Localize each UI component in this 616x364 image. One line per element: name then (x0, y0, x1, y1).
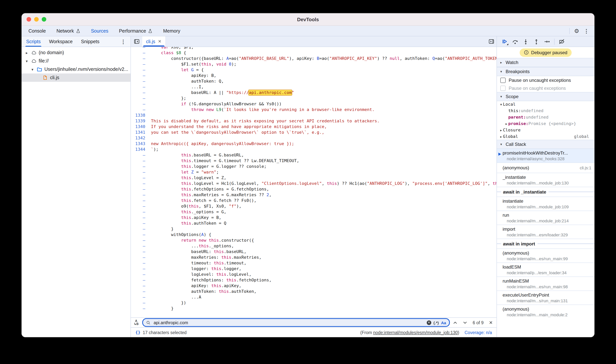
stack-frame[interactable]: runMainESMnode:internal/m...es/run_main:… (497, 276, 594, 290)
replace-toggle-icon[interactable]: A ↳B (133, 320, 139, 325)
line-number[interactable]: 1343 (131, 141, 149, 147)
line-number[interactable]: – (131, 255, 149, 260)
line-number[interactable]: – (131, 73, 149, 78)
scope-section-closure[interactable]: ▸Closure (497, 127, 594, 133)
code-line[interactable]: – ...I, (131, 84, 497, 90)
code-line[interactable]: – ...this._options, (131, 243, 497, 249)
line-number[interactable]: – (131, 306, 149, 311)
navigator-tab-snippets[interactable]: Snippets (81, 36, 99, 47)
close-window-button[interactable] (27, 17, 31, 22)
line-number[interactable]: 1340 (131, 124, 149, 130)
code-line[interactable]: – this.authToken = Q (131, 221, 497, 226)
code-line[interactable]: 1341you can set the \`dangerouslyAllowBr… (131, 130, 497, 135)
line-number[interactable]: – (131, 164, 149, 169)
checkbox-unchecked[interactable] (500, 85, 506, 91)
line-number[interactable]: – (131, 158, 149, 164)
toggle-debugger-sidebar-icon[interactable] (489, 36, 497, 47)
section-breakpoints[interactable]: ▾ Breakpoints (497, 67, 594, 76)
code-line[interactable]: – } (131, 306, 497, 311)
code-line[interactable]: 1343new Anthropic({ apiKey, dangerouslyA… (131, 141, 497, 147)
scope-variable-promise[interactable]: ▸promise: Promise {<pending>} (497, 120, 594, 127)
line-number[interactable]: – (131, 300, 149, 306)
line-number[interactable]: – (131, 101, 149, 107)
line-number[interactable]: – (131, 152, 149, 158)
code-line[interactable]: – timeout: this.timeout, (131, 260, 497, 266)
line-number[interactable]: – (131, 107, 149, 113)
code-line[interactable]: – this.logger = G.logger ?? console; (131, 164, 497, 169)
line-number[interactable]: – (131, 232, 149, 237)
tab-memory[interactable]: Memory (163, 28, 180, 34)
expander-closed-icon[interactable]: ▸ (504, 122, 508, 126)
line-number[interactable]: – (131, 243, 149, 249)
code-line[interactable]: – constructor({baseURL: A=ao("ANTHROPIC_… (131, 56, 497, 61)
code-line[interactable]: – apiKey: B, (131, 73, 497, 78)
pretty-print-icon[interactable]: {} (135, 330, 140, 335)
navigator-tab-workspace[interactable]: Workspace (49, 36, 73, 47)
line-number[interactable]: – (131, 215, 149, 221)
line-number[interactable]: – (131, 169, 149, 175)
close-find-bar-icon[interactable]: ✕ (489, 320, 493, 325)
line-number[interactable]: – (131, 61, 149, 67)
previous-match-icon[interactable] (453, 320, 457, 325)
code-line[interactable]: 1340If you understand the risks and have… (131, 124, 497, 130)
line-number[interactable]: – (131, 186, 149, 192)
line-number[interactable]: – (131, 175, 149, 181)
deactivate-breakpoints-button[interactable] (557, 37, 566, 46)
scope-variable-this[interactable]: this: undefined (497, 108, 594, 114)
code-line[interactable]: – maxRetries: this.maxRetries, (131, 255, 497, 260)
line-number[interactable]: – (131, 283, 149, 289)
step-out-button[interactable] (532, 37, 541, 46)
expander-open-icon[interactable]: ▾ (499, 103, 503, 106)
code-line[interactable]: – this.timeout = G.timeout ?? Lw.DEFAULT… (131, 158, 497, 164)
scope-variable-parent[interactable]: parent: undefined (497, 114, 594, 120)
checkbox-unchecked[interactable] (500, 78, 506, 83)
stack-frame[interactable]: (anonymous)node:internal/m...main_module… (497, 305, 594, 319)
clear-search-icon[interactable]: ✕ (427, 320, 431, 325)
line-number[interactable]: 1339 (131, 118, 149, 124)
line-number[interactable]: 1338 (131, 113, 149, 118)
tab-performance[interactable]: Performance (119, 28, 153, 34)
step-over-button[interactable] (511, 37, 520, 46)
step-button[interactable] (542, 37, 551, 46)
minimize-window-button[interactable] (34, 17, 39, 22)
navigator-tab-scripts[interactable]: Scripts (26, 36, 41, 47)
line-number[interactable]: – (131, 289, 149, 294)
code-line[interactable]: 1338 (131, 113, 497, 118)
tab-sources[interactable]: Sources (91, 28, 108, 34)
scope-section-global[interactable]: ▸Globalglobal (497, 133, 594, 140)
code-line[interactable]: – return new this.constructor({ (131, 237, 497, 243)
stack-frame[interactable]: instantiatenode:internal/m...module_job:… (497, 196, 594, 211)
code-line[interactable]: 1344`); (131, 147, 497, 152)
line-number[interactable]: – (131, 84, 149, 90)
line-number[interactable]: – (131, 272, 149, 277)
code-line[interactable]: – apiKey: this.apiKey, (131, 283, 497, 289)
code-viewer[interactable]: – var Xs0, $F1;– class $8 {– constructor… (131, 47, 497, 317)
line-number[interactable]: 1342 (131, 135, 149, 141)
line-number[interactable]: – (131, 249, 149, 255)
coverage-link[interactable]: Coverage: n/a (465, 330, 492, 335)
line-number[interactable]: – (131, 221, 149, 226)
code-line[interactable]: – }; (131, 95, 497, 101)
code-line[interactable]: – ...A (131, 294, 497, 300)
line-number[interactable]: – (131, 226, 149, 232)
breakpoint-option[interactable]: Pause on uncaught exceptions (497, 76, 594, 84)
code-line[interactable]: 1339This is disabled by default, as it r… (131, 118, 497, 124)
code-line[interactable]: – var Xs0, $F1; (131, 47, 497, 50)
tab-network[interactable]: Network (56, 28, 80, 34)
line-number[interactable]: – (131, 203, 149, 209)
line-number[interactable]: – (131, 78, 149, 84)
section-scope[interactable]: ▾ Scope (497, 92, 594, 101)
code-line[interactable]: – this._options = G, (131, 209, 497, 215)
code-line[interactable]: – baseURL: this.baseURL, (131, 249, 497, 255)
line-number[interactable]: 1344 (131, 147, 149, 152)
code-line[interactable]: – this.apiKey = B, (131, 215, 497, 221)
line-number[interactable]: – (131, 90, 149, 95)
settings-gear-icon[interactable]: ⚙ (574, 27, 579, 34)
zoom-window-button[interactable] (42, 17, 46, 22)
next-match-icon[interactable] (463, 320, 467, 325)
line-number[interactable]: – (131, 50, 149, 56)
code-line[interactable]: – if (!G.dangerouslyAllowBrowser && Ys0(… (131, 101, 497, 107)
line-number[interactable]: – (131, 56, 149, 61)
tree-item-users-jinhuilee-nvm-versions-node-v2-[interactable]: ▾Users/jinhuilee/.nvm/versions/node/v2..… (22, 65, 130, 74)
line-number[interactable]: – (131, 260, 149, 266)
